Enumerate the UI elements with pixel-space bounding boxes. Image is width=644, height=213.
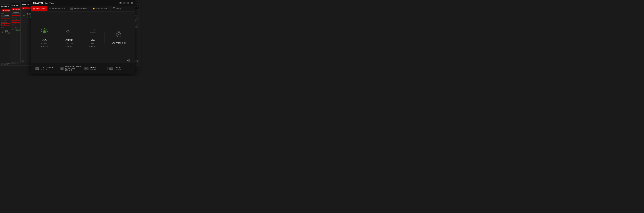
hotkey-icon: K	[113, 8, 115, 10]
gigabyte-logo: GIGABYTE	[32, 2, 44, 4]
svg-line-3	[41, 29, 42, 30]
svg-rect-46	[111, 68, 112, 69]
svg-point-14	[118, 34, 119, 35]
tab-smart-boost[interactable]: ◉ Smart Boost	[31, 6, 47, 11]
titlebar: GIGABYTE EasyTune ⚙ – □ ✕	[31, 0, 135, 6]
smart-boost-icon: ◉	[33, 8, 35, 10]
bg-profile-label: Profile	[1, 13, 4, 14]
bg-smartboost-label-1: Smart Boost	[4, 10, 11, 11]
main-content: ECO CPU (1 Core) 4.20 GHz Default CPU (1…	[31, 12, 135, 63]
cpu-name: Intel(R) Core(TM) i5-7600K CPU @ 3.80GHz	[65, 66, 81, 69]
divider-2	[81, 32, 81, 43]
wave-button[interactable]: 〜	[130, 59, 132, 62]
oc-mode-freq: 4.40 GHz	[90, 46, 96, 47]
svg-line-1	[46, 29, 47, 30]
motherboard-info: Z270X-Gaming 8 BIOS: D3	[40, 67, 53, 70]
minimize-button[interactable]: –	[123, 2, 126, 4]
memory-icon	[84, 67, 88, 70]
tab-advanced-power[interactable]: ⚡ Advanced Power	[90, 6, 110, 11]
bg-wave-btn-r3: 〜	[136, 60, 138, 62]
divider-3	[104, 32, 104, 43]
tabbar: ◉ Smart Boost □ Advanced CPU OC ⬛ Advanc…	[31, 6, 135, 12]
svg-rect-17	[37, 68, 38, 68]
main-window: GIGABYTE EasyTune ⚙ – □ ✕ ◉ Smart Boost …	[30, 0, 135, 74]
eco-icon	[40, 28, 48, 37]
eco-mode-sub: CPU (1 Core)	[40, 43, 49, 44]
footer-memory: KingSton 2800 MHZ	[83, 67, 108, 70]
footer-motherboard: Z270X-Gaming 8 BIOS: D3	[34, 67, 58, 70]
settings-button[interactable]: ⚙	[119, 2, 122, 4]
oc-icon	[89, 28, 97, 37]
default-mode-name: Default	[65, 38, 73, 42]
bg-logo-3: GIGABYTE	[22, 4, 29, 5]
motherboard-icon	[35, 67, 39, 70]
default-icon	[65, 28, 73, 37]
oc-mode-name: OC	[91, 38, 95, 42]
gpu-info: Intel GFX 0.00 MHz	[114, 67, 121, 70]
eco-mode-name: ECO	[42, 38, 47, 42]
memory-speed: 2800 MHZ	[90, 69, 97, 70]
eco-mode-freq: 4.20 GHz	[41, 46, 48, 47]
svg-rect-16	[36, 68, 37, 68]
mode-card-autotuning[interactable]: AutoTuning	[110, 28, 128, 46]
cpu-icon	[60, 67, 64, 70]
footer-gpu: Intel GFX 0.00 MHz	[108, 67, 132, 70]
gpu-name: Intel GFX	[114, 67, 121, 68]
motherboard-name: Z270X-Gaming 8	[40, 67, 53, 68]
svg-rect-37	[86, 68, 87, 69]
oc-mode-sub: CPU	[91, 43, 94, 44]
gpu-speed: 0.00 MHz	[114, 69, 121, 70]
svg-rect-38	[87, 68, 87, 69]
cpu-oc-icon: □	[50, 8, 51, 10]
memory-name: KingSton	[90, 67, 97, 68]
mode-card-eco[interactable]: ECO CPU (1 Core) 4.20 GHz	[38, 26, 51, 49]
titlebar-controls: ⚙ – □ ✕	[119, 2, 133, 4]
cpu-speed: 2600 MHZ	[65, 69, 81, 71]
tab-advanced-ddr-oc[interactable]: ⬛ Advanced DDR OC	[68, 6, 90, 11]
memory-info: KingSton 2800 MHZ	[90, 67, 97, 70]
default-mode-freq: 4.20 GHz	[66, 46, 72, 47]
svg-rect-21	[61, 68, 62, 69]
svg-point-44	[110, 68, 111, 69]
close-button[interactable]: ✕	[130, 2, 133, 4]
mode-card-default[interactable]: Default CPU (1 Core) 4.20 GHz	[62, 26, 76, 49]
app-title: EasyTune	[45, 2, 54, 4]
power-icon: ⚡	[92, 8, 95, 10]
tab-hotkey[interactable]: K Hotkey	[110, 6, 124, 11]
svg-rect-35	[85, 68, 86, 69]
play-button[interactable]: ▶	[126, 59, 128, 62]
svg-rect-45	[111, 68, 112, 68]
gpu-icon	[109, 67, 113, 70]
tab-advanced-cpu-oc[interactable]: □ Advanced CPU OC	[47, 6, 68, 11]
motherboard-bios: BIOS: D3	[40, 69, 53, 70]
ddr-oc-icon: ⬛	[70, 8, 73, 10]
mode-card-oc[interactable]: OC CPU 4.40 GHz	[87, 26, 99, 49]
svg-rect-36	[86, 68, 86, 69]
autotuning-mode-name: AutoTuning	[112, 41, 126, 44]
cpu-info: Intel(R) Core(TM) i5-7600K CPU @ 3.80GHz…	[65, 66, 81, 71]
bg-logo-1: GIGABYTE	[1, 6, 9, 7]
svg-rect-43	[110, 68, 113, 70]
bg-logo-2: GIGABYTE	[12, 5, 19, 6]
maximize-button[interactable]: □	[127, 2, 130, 4]
autotuning-icon	[115, 30, 123, 40]
footer-bar: ▶ 〜 Z270X-Gaming 8 BIOS: D3	[31, 63, 135, 74]
default-mode-sub: CPU (1 Core)	[64, 43, 73, 44]
footer-cpu: Intel(R) Core(TM) i5-7600K CPU @ 3.80GHz…	[58, 66, 83, 71]
